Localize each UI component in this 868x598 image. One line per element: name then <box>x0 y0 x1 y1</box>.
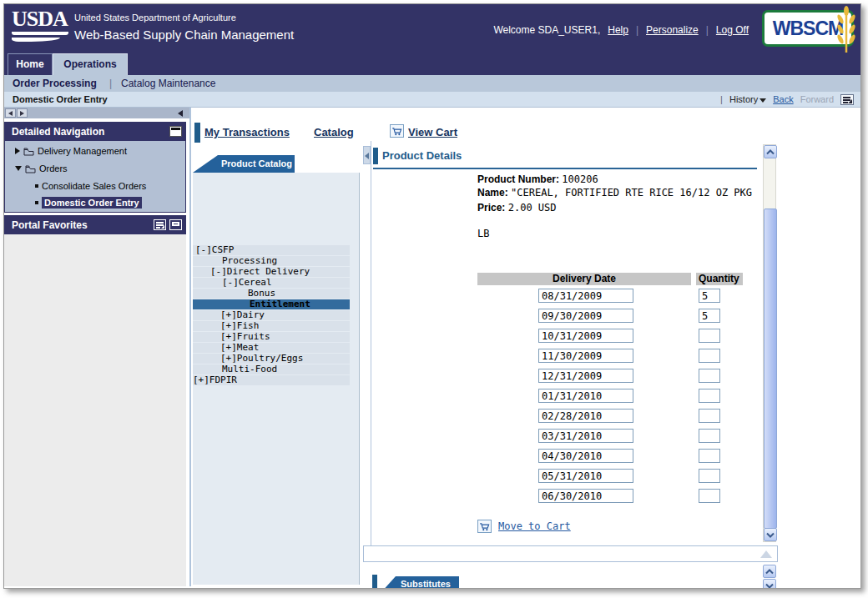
product-number-label: Product Number: <box>477 173 559 185</box>
catalog-node-direct-delivery[interactable]: [-]Direct Delivery <box>193 267 350 277</box>
delivery-date-input[interactable] <box>538 349 633 363</box>
tree-item-delivery-management[interactable]: Delivery Management <box>15 146 127 156</box>
delivery-date-input[interactable] <box>538 309 633 323</box>
usda-logo-swoosh <box>12 38 60 42</box>
catalog-node-poultry-eggs[interactable]: [+]Poultry/Eggs <box>193 354 350 364</box>
quantity-input[interactable] <box>699 349 720 363</box>
order-table-header: Delivery Date Quantity <box>477 273 743 285</box>
quantity-input[interactable] <box>699 449 720 463</box>
subnav-catalog-maintenance[interactable]: Catalog Maintenance <box>121 75 215 92</box>
quantity-input[interactable] <box>699 329 720 343</box>
history-dropdown-icon <box>760 98 766 103</box>
order-row <box>477 409 744 423</box>
quantity-input[interactable] <box>699 309 720 323</box>
move-to-cart-icon[interactable] <box>477 520 492 533</box>
wheat-icon <box>835 6 857 54</box>
catalog-node-bonus[interactable]: Bonus <box>193 289 350 299</box>
quantity-input[interactable] <box>699 289 720 303</box>
back-link[interactable]: Back <box>773 92 793 107</box>
navigation-tree: Delivery Management Orders Consolidate S… <box>5 141 185 212</box>
quantity-input[interactable] <box>699 389 720 403</box>
screenshot-stage: USDA United States Department of Agricul… <box>0 0 868 598</box>
order-row <box>477 469 744 483</box>
application-window: USDA United States Department of Agricul… <box>3 3 861 589</box>
catalog-node-fdpir[interactable]: [+]FDPIR <box>193 375 350 385</box>
subnav-order-processing[interactable]: Order Processing <box>13 75 97 92</box>
substitutes-scroll-down-button[interactable] <box>763 579 776 589</box>
order-row <box>477 489 744 503</box>
collapse-arrow-icon[interactable] <box>15 166 22 171</box>
page-options-icon[interactable] <box>840 94 854 105</box>
help-link[interactable]: Help <box>608 24 628 36</box>
wbscm-logo: WBSCM <box>762 10 854 47</box>
my-transactions-link[interactable]: My Transactions <box>204 126 290 138</box>
order-row <box>477 329 744 343</box>
product-info: Product Number: 100206 Name: "CEREAL, FO… <box>477 173 765 240</box>
quantity-input[interactable] <box>699 429 720 443</box>
sidebar-scroll-left-button[interactable] <box>5 108 16 118</box>
tree-item-label: Delivery Management <box>38 146 127 156</box>
expand-arrow-icon[interactable] <box>15 148 20 154</box>
delivery-date-input[interactable] <box>538 389 633 403</box>
view-cart-link[interactable]: View Cart <box>408 126 457 138</box>
catalog-node-csfp[interactable]: [-]CSFP <box>193 245 350 255</box>
catalog-node-fish[interactable]: [+]Fish <box>193 321 350 331</box>
scroll-up-button[interactable] <box>764 145 777 158</box>
usda-logo: USDA <box>12 8 68 42</box>
scrollbar-thumb[interactable] <box>764 209 777 529</box>
minimize-panel-button[interactable] <box>169 126 182 137</box>
delivery-date-input[interactable] <box>538 489 633 503</box>
panel-collapse-handle[interactable] <box>363 146 371 164</box>
substitutes-tab[interactable]: Substitutes <box>381 576 459 589</box>
tab-home[interactable]: Home <box>8 53 53 75</box>
order-row <box>477 389 744 403</box>
sidebar-scroll-right-button[interactable] <box>17 108 28 118</box>
delivery-date-input[interactable] <box>538 409 633 423</box>
catalog-node-cereal[interactable]: [-]Cereal <box>193 278 350 288</box>
catalog-link[interactable]: Catalog <box>314 126 354 138</box>
tree-item-orders[interactable]: Orders <box>15 163 68 173</box>
tree-item-label: Orders <box>39 163 68 173</box>
wbscm-logo-text: WBSCM <box>773 18 843 40</box>
scroll-down-button[interactable] <box>764 528 777 541</box>
move-to-cart-link[interactable]: Move to Cart <box>498 520 571 532</box>
cart-icon[interactable] <box>390 124 404 138</box>
page-title: Domestic Order Entry <box>13 92 108 107</box>
sidebar-content-divider <box>189 108 191 586</box>
catalog-node-meat[interactable]: [+]Meat <box>193 343 350 353</box>
tree-item-domestic-order-entry[interactable]: Domestic Order Entry <box>35 197 142 209</box>
quantity-input[interactable] <box>699 369 720 383</box>
catalog-node-processing[interactable]: Processing <box>193 256 350 266</box>
product-details-accent-bar <box>373 148 378 164</box>
tab-operations[interactable]: Operations <box>53 53 128 75</box>
product-price-value: 2.00 USD <box>508 202 557 214</box>
titlebar-tools: | History Back Forward <box>720 92 854 107</box>
catalog-node-multi-food[interactable]: Multi-Food <box>193 364 350 374</box>
sidebar-collapse-icon[interactable] <box>178 110 183 117</box>
delivery-date-input[interactable] <box>538 449 633 463</box>
catalog-node-entitlement-selected[interactable]: Entitlement <box>193 299 350 309</box>
delivery-date-input[interactable] <box>538 329 633 343</box>
catalog-node-dairy[interactable]: [+]Dairy <box>193 310 350 320</box>
product-catalog-tab[interactable]: Product Catalog <box>193 155 295 173</box>
delivery-date-input[interactable] <box>538 289 633 303</box>
details-scrollbar[interactable] <box>763 144 776 542</box>
portal-favorites-restore-icon[interactable] <box>169 219 182 230</box>
detailed-navigation-title: Detailed Navigation <box>12 126 104 138</box>
catalog-node-fruits[interactable]: [+]Fruits <box>193 332 350 342</box>
portal-favorites-menu-icon[interactable] <box>154 219 166 230</box>
sidebar-scroll-strip <box>4 108 189 118</box>
logoff-link[interactable]: Log Off <box>716 24 749 36</box>
quantity-input[interactable] <box>699 469 720 483</box>
quantity-input[interactable] <box>699 489 720 503</box>
history-menu[interactable]: History <box>729 92 766 107</box>
substitutes-scroll-up-button[interactable] <box>763 565 776 578</box>
bullet-icon <box>35 184 38 188</box>
quantity-input[interactable] <box>699 409 720 423</box>
delivery-date-input[interactable] <box>538 469 633 483</box>
delivery-date-input[interactable] <box>538 429 633 443</box>
personalize-link[interactable]: Personalize <box>646 24 699 36</box>
tree-item-consolidate-sales-orders[interactable]: Consolidate Sales Orders <box>35 181 146 191</box>
sidebar-empty-area <box>4 234 186 586</box>
delivery-date-input[interactable] <box>538 369 633 383</box>
